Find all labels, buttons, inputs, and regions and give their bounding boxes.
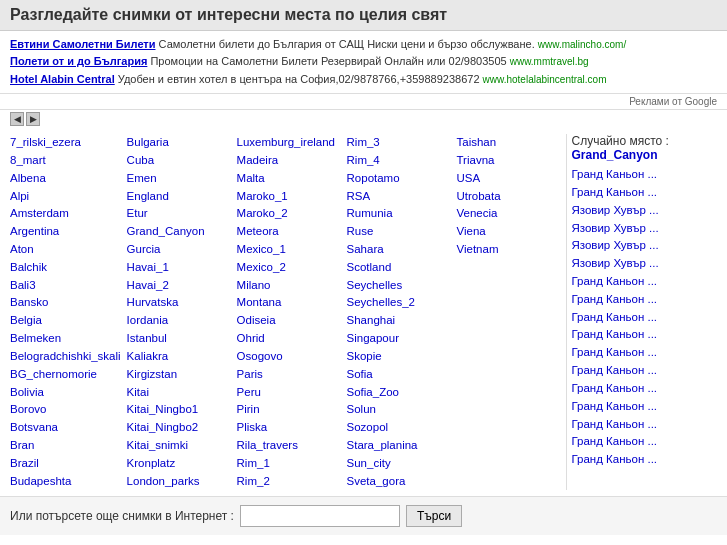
- place-link[interactable]: Emen: [127, 170, 231, 188]
- place-link[interactable]: Rim_1: [237, 455, 341, 473]
- place-link[interactable]: Kirgizstan: [127, 366, 231, 384]
- place-link[interactable]: BG_chernomorie: [10, 366, 121, 384]
- place-link[interactable]: Istanbul: [127, 330, 231, 348]
- place-link[interactable]: Paris: [237, 366, 341, 384]
- place-link[interactable]: Scotland: [347, 259, 451, 277]
- place-link[interactable]: England: [127, 188, 231, 206]
- random-link[interactable]: Язовир Хувър ...: [571, 237, 717, 255]
- place-link[interactable]: Skopie: [347, 348, 451, 366]
- place-link[interactable]: Gurcia: [127, 241, 231, 259]
- ad-title[interactable]: Полети от и до България: [10, 55, 147, 67]
- place-link[interactable]: Budapeshta: [10, 473, 121, 491]
- random-place[interactable]: Grand_Canyon: [571, 148, 657, 162]
- place-link[interactable]: Iordania: [127, 312, 231, 330]
- place-link[interactable]: Alpi: [10, 188, 121, 206]
- place-link[interactable]: Havai_2: [127, 277, 231, 295]
- random-link[interactable]: Язовир Хувър ...: [571, 220, 717, 238]
- random-link[interactable]: Гранд Каньон ...: [571, 380, 717, 398]
- place-link[interactable]: Milano: [237, 277, 341, 295]
- place-link[interactable]: Belogradchishki_skali: [10, 348, 121, 366]
- random-link[interactable]: Гранд Каньон ...: [571, 326, 717, 344]
- place-link[interactable]: Sun_city: [347, 455, 451, 473]
- place-link[interactable]: Odiseia: [237, 312, 341, 330]
- ad-url[interactable]: www.hotelalabincentral.com: [483, 74, 607, 85]
- place-link[interactable]: Seychelles_2: [347, 294, 451, 312]
- random-link[interactable]: Язовир Хувър ...: [571, 255, 717, 273]
- place-link[interactable]: Sahara: [347, 241, 451, 259]
- place-link[interactable]: Maroko_1: [237, 188, 341, 206]
- place-link[interactable]: Taishan: [457, 134, 561, 152]
- place-link[interactable]: Bran: [10, 437, 121, 455]
- place-link[interactable]: Maroko_2: [237, 205, 341, 223]
- place-link[interactable]: Sozopol: [347, 419, 451, 437]
- random-link[interactable]: Гранд Каньон ...: [571, 362, 717, 380]
- place-link[interactable]: Aton: [10, 241, 121, 259]
- ad-title[interactable]: Hotel Alabin Central: [10, 73, 115, 85]
- place-link[interactable]: Rila_travers: [237, 437, 341, 455]
- place-link[interactable]: Stara_planina: [347, 437, 451, 455]
- place-link[interactable]: Rim_3: [347, 134, 451, 152]
- search-input[interactable]: [240, 505, 400, 527]
- place-link[interactable]: Balchik: [10, 259, 121, 277]
- random-link[interactable]: Гранд Каньон ...: [571, 398, 717, 416]
- place-link[interactable]: 8_mart: [10, 152, 121, 170]
- random-link[interactable]: Гранд Каньон ...: [571, 273, 717, 291]
- place-link[interactable]: Bulgaria: [127, 134, 231, 152]
- place-link[interactable]: Utrobata: [457, 188, 561, 206]
- place-link[interactable]: Singapour: [347, 330, 451, 348]
- search-button[interactable]: Търси: [406, 505, 462, 527]
- place-link[interactable]: Sofia_Zoo: [347, 384, 451, 402]
- place-link[interactable]: Borovo: [10, 401, 121, 419]
- place-link[interactable]: USA: [457, 170, 561, 188]
- place-link[interactable]: Kitai_snimki: [127, 437, 231, 455]
- random-link[interactable]: Гранд Каньон ...: [571, 451, 717, 469]
- place-link[interactable]: Kitai_Ningbo1: [127, 401, 231, 419]
- random-link[interactable]: Гранд Каньон ...: [571, 344, 717, 362]
- place-link[interactable]: Viena: [457, 223, 561, 241]
- place-link[interactable]: Montana: [237, 294, 341, 312]
- place-link[interactable]: Rim_4: [347, 152, 451, 170]
- place-link[interactable]: Havai_1: [127, 259, 231, 277]
- random-link[interactable]: Гранд Каньон ...: [571, 416, 717, 434]
- place-link[interactable]: Pliska: [237, 419, 341, 437]
- place-link[interactable]: Vietnam: [457, 241, 561, 259]
- place-link[interactable]: Rim_2: [237, 473, 341, 491]
- place-link[interactable]: Mexico_2: [237, 259, 341, 277]
- place-link[interactable]: Etur: [127, 205, 231, 223]
- random-link[interactable]: Язовир Хувър ...: [571, 202, 717, 220]
- place-link[interactable]: Ropotamo: [347, 170, 451, 188]
- place-link[interactable]: Belmeken: [10, 330, 121, 348]
- place-link[interactable]: London_parks: [127, 473, 231, 491]
- place-link[interactable]: Shanghai: [347, 312, 451, 330]
- place-link[interactable]: Malta: [237, 170, 341, 188]
- place-link[interactable]: RSA: [347, 188, 451, 206]
- place-link[interactable]: Argentina: [10, 223, 121, 241]
- ads-prev-arrow[interactable]: ◀: [10, 112, 24, 126]
- place-link[interactable]: Bali3: [10, 277, 121, 295]
- random-link[interactable]: Гранд Каньон ...: [571, 433, 717, 451]
- place-link[interactable]: Bolivia: [10, 384, 121, 402]
- place-link[interactable]: Kitai: [127, 384, 231, 402]
- random-link[interactable]: Гранд Каньон ...: [571, 166, 717, 184]
- place-link[interactable]: Venecia: [457, 205, 561, 223]
- place-link[interactable]: Osogovo: [237, 348, 341, 366]
- place-link[interactable]: Madeira: [237, 152, 341, 170]
- place-link[interactable]: Bansko: [10, 294, 121, 312]
- place-link[interactable]: Botsvana: [10, 419, 121, 437]
- place-link[interactable]: Ruse: [347, 223, 451, 241]
- place-link[interactable]: Solun: [347, 401, 451, 419]
- random-link[interactable]: Гранд Каньон ...: [571, 184, 717, 202]
- ad-url[interactable]: www.mmtravel.bg: [510, 56, 589, 67]
- place-link[interactable]: Seychelles: [347, 277, 451, 295]
- place-link[interactable]: Kitai_Ningbo2: [127, 419, 231, 437]
- place-link[interactable]: Belgia: [10, 312, 121, 330]
- place-link[interactable]: Pirin: [237, 401, 341, 419]
- place-link[interactable]: Rumunia: [347, 205, 451, 223]
- place-link[interactable]: Grand_Canyon: [127, 223, 231, 241]
- place-link[interactable]: Sveta_gora: [347, 473, 451, 491]
- place-link[interactable]: Brazil: [10, 455, 121, 473]
- place-link[interactable]: Luxemburg_ireland: [237, 134, 341, 152]
- random-link[interactable]: Гранд Каньон ...: [571, 309, 717, 327]
- ads-next-arrow[interactable]: ▶: [26, 112, 40, 126]
- place-link[interactable]: Kronplatz: [127, 455, 231, 473]
